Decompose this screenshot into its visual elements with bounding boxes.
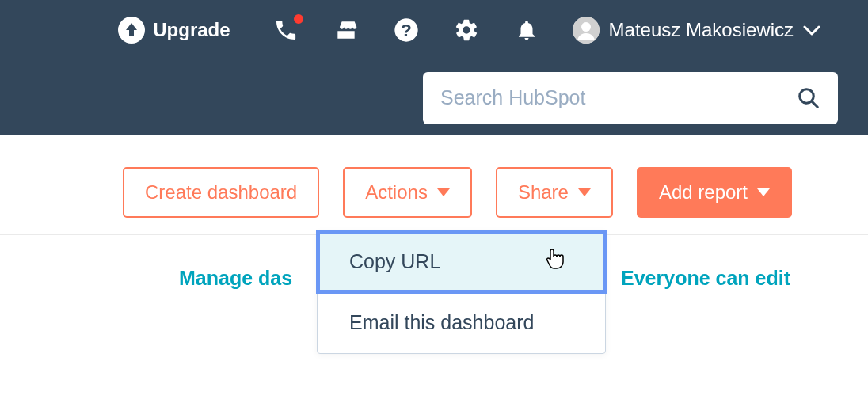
everyone-can-edit-link[interactable]: Everyone can edit — [621, 267, 790, 290]
search-icon[interactable] — [797, 86, 820, 110]
search-wrapper[interactable] — [423, 72, 838, 124]
caret-down-icon — [437, 188, 450, 196]
search-bar-row — [0, 60, 868, 135]
share-label: Share — [518, 181, 569, 203]
dropdown-item-copy-url[interactable]: Copy URL — [318, 231, 605, 292]
dropdown-item-label: Email this dashboard — [349, 311, 534, 333]
help-icon[interactable]: ? — [392, 16, 421, 44]
actions-button[interactable]: Actions — [343, 167, 472, 218]
dashboard-toolbar: Create dashboard Actions Share Add repor… — [0, 135, 868, 235]
notification-dot-icon — [292, 13, 305, 25]
manage-dashboard-link[interactable]: Manage das — [179, 267, 292, 290]
avatar — [573, 17, 600, 44]
edit-label: Everyone can edit — [621, 267, 790, 289]
gear-icon[interactable] — [452, 16, 481, 44]
bell-icon[interactable] — [512, 16, 541, 44]
add-report-button[interactable]: Add report — [637, 167, 792, 218]
upgrade-icon — [118, 17, 145, 44]
dropdown-item-email-dashboard[interactable]: Email this dashboard — [318, 292, 605, 353]
search-input[interactable] — [440, 86, 797, 109]
user-name: Mateusz Makosiewicz — [609, 19, 794, 41]
caret-down-icon — [757, 188, 770, 196]
user-menu[interactable]: Mateusz Makosiewicz — [573, 17, 820, 44]
marketplace-icon[interactable] — [332, 16, 360, 44]
share-dropdown: Copy URL Email this dashboard — [317, 230, 606, 354]
caret-down-icon — [578, 188, 591, 196]
upgrade-label: Upgrade — [153, 19, 230, 41]
manage-label: Manage das — [179, 267, 292, 289]
actions-label: Actions — [365, 181, 428, 203]
create-dashboard-button[interactable]: Create dashboard — [123, 167, 319, 218]
share-button[interactable]: Share — [496, 167, 613, 218]
add-report-label: Add report — [659, 181, 748, 203]
create-dashboard-label: Create dashboard — [145, 181, 297, 203]
dropdown-item-label: Copy URL — [349, 250, 440, 272]
chevron-down-icon — [803, 19, 820, 41]
top-navbar: Upgrade ? — [0, 0, 868, 60]
svg-point-4 — [581, 22, 591, 32]
svg-line-6 — [812, 101, 817, 107]
pointer-cursor-icon — [545, 248, 567, 276]
svg-text:?: ? — [401, 20, 412, 40]
phone-icon[interactable] — [272, 16, 300, 44]
upgrade-button[interactable]: Upgrade — [118, 17, 230, 44]
